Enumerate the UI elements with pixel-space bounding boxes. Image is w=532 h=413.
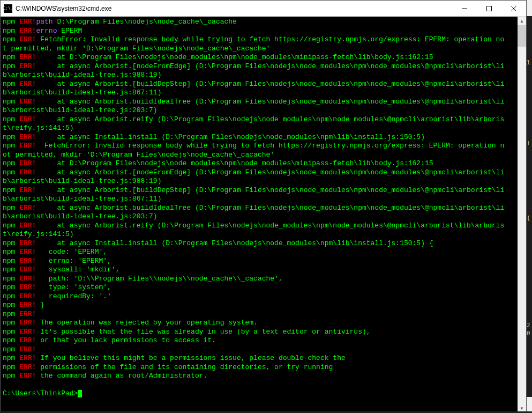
window-title: C:\WINDOWS\system32\cmd.exe — [16, 5, 452, 12]
terminal-line: b\arborist\build-ideal-tree.js:203:7) — [3, 212, 516, 222]
terminal-line: npm ERR! — [3, 310, 516, 319]
terminal-output[interactable]: npm ERR!path D:\Program Files\nodejs\nod… — [1, 17, 518, 412]
terminal-line: npm ERR! FetchError: Invalid response bo… — [3, 35, 516, 45]
maximize-button[interactable] — [477, 1, 501, 16]
terminal-line: npm ERR! at async Arborist.[nodeFromEdge… — [3, 168, 516, 178]
terminal-line: npm ERR! — [3, 345, 516, 355]
terminal-line: npm ERR! The operation was rejected by y… — [3, 319, 516, 328]
terminal-line: npm ERR! the command again as root/Admin… — [3, 372, 516, 381]
terminal-line: npm ERR! at async Arborist.[buildDepStep… — [3, 80, 516, 89]
terminal-line: npm ERR! at D:\Program Files\nodejs\node… — [3, 159, 516, 168]
terminal-line: npm ERR! If you believe this might be a … — [3, 354, 516, 363]
cmd-icon: C:\. — [4, 4, 12, 13]
terminal-line: npm ERR! path: 'D:\\Program Files\\nodej… — [3, 275, 516, 284]
svg-rect-1 — [487, 6, 492, 11]
terminal-line: npm ERR! FetchError: Invalid response bo… — [3, 142, 516, 151]
terminal-line: npm ERR! at async Arborist.buildIdealTre… — [3, 204, 516, 213]
terminal-line: npm ERR! code: 'EPERM', — [3, 248, 516, 257]
terminal-line: npm ERR! syscall: 'mkdir', — [3, 266, 516, 275]
window-controls — [452, 1, 526, 16]
cursor-icon — [78, 390, 82, 397]
scroll-thumb[interactable] — [518, 25, 526, 47]
terminal-line: b\arborist\build-ideal-tree.js:203:7) — [3, 106, 516, 115]
terminal-line: npm ERR! at async Arborist.reify (D:\Pro… — [3, 222, 516, 231]
terminal-line: npm ERR! at async Arborist.[buildDepStep… — [3, 186, 516, 195]
terminal-line: npm ERR! at async Install.install (D:\Pr… — [3, 239, 516, 248]
terminal-line: npm ERR! errno: 'EPERM', — [3, 257, 516, 266]
terminal-line: b\arborist\build-ideal-tree.js:988:19) — [3, 177, 516, 186]
terminal-line: t\reify.js:141:5) — [3, 124, 516, 133]
terminal-line — [3, 381, 516, 390]
close-button[interactable] — [501, 1, 526, 16]
terminal-line: npm ERR! It's possible that the file was… — [3, 328, 516, 337]
terminal-line: npm ERR! at async Install.install (D:\Pr… — [3, 133, 516, 142]
terminal-line: t\reify.js:141:5) — [3, 230, 516, 239]
terminal-line: npm ERR! requiredBy: '.' — [3, 292, 516, 301]
terminal-line: b\arborist\build-ideal-tree.js:988:19) — [3, 71, 516, 80]
cmd-window: C:\. C:\WINDOWS\system32\cmd.exe npm ERR… — [0, 0, 527, 413]
terminal-line: npm ERR! at async Arborist.reify (D:\Pro… — [3, 115, 516, 124]
terminal-line: npm ERR! permissions of the file and its… — [3, 363, 516, 372]
minimize-button[interactable] — [452, 1, 477, 16]
vertical-scrollbar[interactable]: ▲ ▼ — [518, 17, 526, 412]
prompt-line[interactable]: C:\Users\ThinkPad> — [3, 389, 516, 399]
terminal-line: npm ERR! at async Arborist.[nodeFromEdge… — [3, 62, 516, 71]
terminal-line: npm ERR! or that you lack permissions to… — [3, 336, 516, 345]
scroll-up-button[interactable]: ▲ — [518, 17, 526, 25]
terminal-line: npm ERR! at async Arborist.buildIdealTre… — [3, 98, 516, 107]
title-bar[interactable]: C:\. C:\WINDOWS\system32\cmd.exe — [1, 1, 526, 17]
terminal-area: npm ERR!path D:\Program Files\nodejs\nod… — [1, 17, 526, 412]
terminal-line: b\arborist\build-ideal-tree.js:867:11) — [3, 195, 516, 204]
terminal-line: ot permitted, mkdir 'D:\Program Files\no… — [3, 151, 516, 160]
terminal-line: b\arborist\build-ideal-tree.js:867:11) — [3, 88, 516, 98]
terminal-line: npm ERR! } — [3, 301, 516, 310]
terminal-line: t permitted, mkdir 'D:\Program Files\nod… — [3, 45, 516, 54]
background-window-edge: 1 ) { 2 0 — [527, 16, 532, 397]
terminal-line: npm ERR! at D:\Program Files\nodejs\node… — [3, 53, 516, 62]
terminal-line: npm ERR!path D:\Program Files\nodejs\nod… — [3, 18, 516, 27]
terminal-line: npm ERR!errno EPERM — [3, 27, 516, 36]
terminal-line: npm ERR! type: 'system', — [3, 283, 516, 292]
